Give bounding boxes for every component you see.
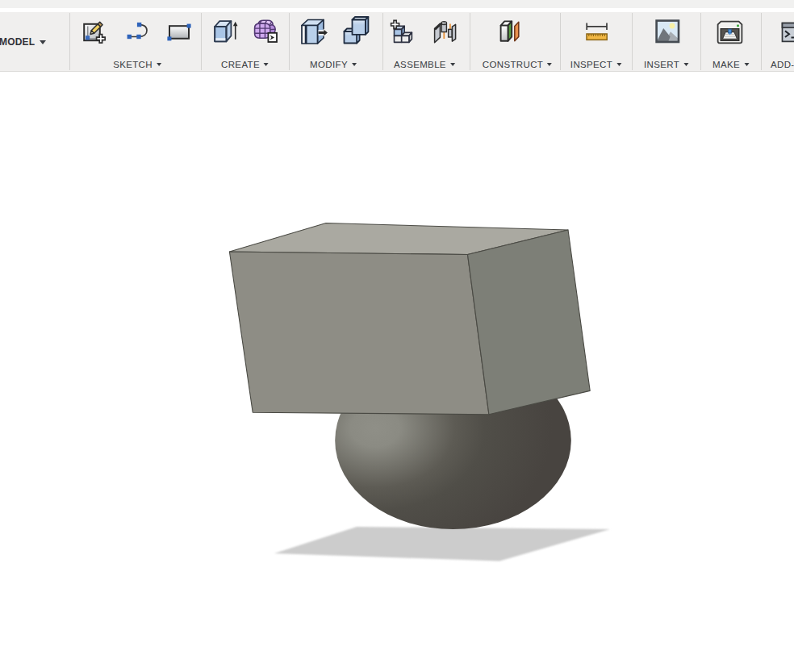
combine-icon: [342, 16, 370, 44]
new-component-button[interactable]: [390, 19, 415, 44]
toolbar-group-addins: ADD-INS: [761, 12, 794, 71]
insert-menu[interactable]: INSERT: [644, 60, 688, 69]
chevron-down-icon: [352, 63, 357, 66]
insert-menu-label: INSERT: [644, 60, 679, 69]
chevron-down-icon: [157, 63, 161, 66]
assemble-menu[interactable]: ASSEMBLE: [394, 60, 455, 69]
addins-menu[interactable]: ADD-INS: [771, 60, 794, 69]
create-menu[interactable]: CREATE: [221, 60, 269, 69]
joint-icon: [433, 19, 458, 44]
sketch-rectangle-icon: [167, 20, 191, 44]
chevron-down-icon: [450, 63, 455, 66]
create-form-icon: [253, 19, 278, 45]
scripts-addins-button[interactable]: [781, 20, 794, 44]
scripts-and-addins-icon: [781, 20, 794, 44]
toolbar-group-assemble: ASSEMBLE: [382, 12, 470, 71]
box-body[interactable]: [229, 223, 590, 415]
box-right-face[interactable]: [468, 230, 591, 415]
new-component-icon: [390, 19, 415, 44]
chevron-down-icon: [547, 63, 552, 66]
sketch-menu[interactable]: SKETCH: [113, 60, 161, 69]
addins-menu-label: ADD-INS: [771, 60, 794, 69]
assemble-menu-label: ASSEMBLE: [394, 60, 446, 69]
create-sketch-button[interactable]: [82, 20, 107, 44]
make-menu-label: MAKE: [713, 60, 740, 69]
chevron-down-icon: [744, 63, 749, 66]
attached-canvas-button[interactable]: [655, 19, 680, 44]
joint-button[interactable]: [433, 19, 458, 44]
attached-canvas-icon: [655, 19, 680, 44]
toolbar-group-construct: CONSTRUCT: [470, 12, 560, 71]
sketch-spline-button[interactable]: [126, 20, 150, 44]
create-sketch-icon: [82, 20, 107, 44]
create-form-button[interactable]: [253, 19, 278, 45]
sketch-spline-icon: [126, 20, 150, 44]
inspect-menu[interactable]: INSPECT: [570, 60, 621, 69]
toolbar-group-sketch: SKETCH: [69, 12, 201, 71]
press-pull-button[interactable]: [300, 19, 328, 44]
press-pull-icon: [300, 19, 328, 44]
inspect-menu-label: INSPECT: [570, 60, 612, 69]
offset-plane-icon: [498, 19, 525, 44]
make-menu[interactable]: MAKE: [713, 60, 749, 69]
chevron-down-icon: [683, 63, 688, 66]
toolbar-group-inspect: INSPECT: [560, 12, 632, 71]
workspace-label: MODEL: [0, 36, 35, 48]
extrude-button[interactable]: [213, 19, 238, 44]
toolbar-group-make: MAKE: [700, 12, 761, 71]
toolbar-group-create: CREATE: [201, 12, 289, 71]
toolbar-group-insert: INSERT: [632, 12, 700, 71]
modify-menu[interactable]: MODIFY: [310, 60, 357, 69]
chevron-down-icon: [616, 63, 621, 66]
chevron-down-icon: [264, 63, 269, 66]
fusion360-window: MODEL: [0, 0, 794, 672]
toolbar-group-modify: MODIFY: [289, 12, 382, 71]
chevron-down-icon: [40, 40, 46, 44]
sketch-menu-label: SKETCH: [113, 60, 153, 69]
model-toolbar: MODEL: [0, 12, 794, 72]
model-scene: [0, 72, 794, 672]
design-viewport[interactable]: [0, 72, 794, 672]
box-front-face[interactable]: [229, 252, 489, 415]
extrude-icon: [213, 19, 238, 44]
measure-icon: [584, 20, 609, 44]
ground-shadow: [274, 527, 610, 561]
print-3d-icon: [717, 20, 743, 44]
measure-button[interactable]: [584, 20, 609, 44]
create-menu-label: CREATE: [221, 60, 260, 69]
modify-menu-label: MODIFY: [310, 60, 348, 69]
application-bar-edge: [0, 0, 794, 8]
print-3d-button[interactable]: [717, 20, 743, 44]
sketch-rectangle-button[interactable]: [167, 20, 191, 44]
combine-button[interactable]: [342, 16, 370, 44]
workspace-switcher[interactable]: MODEL: [0, 12, 46, 71]
offset-plane-button[interactable]: [498, 19, 525, 44]
construct-menu-label: CONSTRUCT: [483, 60, 543, 69]
construct-menu[interactable]: CONSTRUCT: [483, 60, 552, 69]
